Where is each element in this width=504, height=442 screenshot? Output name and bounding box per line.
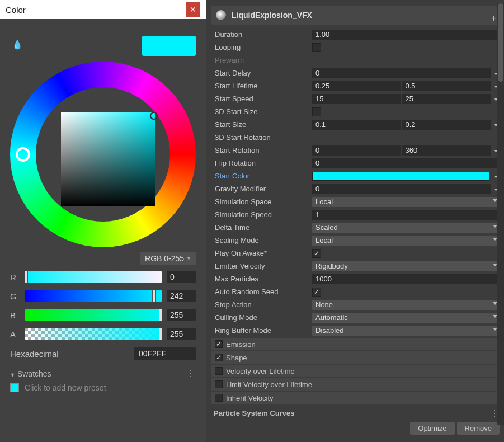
particle-system-header[interactable]: LiquidExplosion_VFX + <box>211 6 500 25</box>
add-preset-button[interactable]: Click to add new preset <box>10 383 196 392</box>
module-label: Shape <box>226 354 247 362</box>
slider-g-track[interactable] <box>25 290 162 302</box>
prop-label: Delta Time <box>211 223 312 232</box>
color-mode-dropdown[interactable]: RGB 0-255 ▼ <box>140 252 196 265</box>
checkbox[interactable] <box>312 107 321 116</box>
prop-sim_speed: Simulation Speed1 <box>211 208 500 221</box>
module-row[interactable]: Limit Velocity over Lifetime <box>211 378 500 391</box>
module-checkbox[interactable] <box>215 394 223 402</box>
number-field[interactable]: 0.2 <box>402 120 491 130</box>
hex-input[interactable]: 00F2FF <box>134 347 196 360</box>
swatches-menu-icon[interactable]: ⋮ <box>186 368 196 379</box>
prop-flip_rotation: Flip Rotation0 <box>211 157 500 170</box>
scrollbar-thumb[interactable] <box>498 3 503 82</box>
prop-label: Culling Mode <box>211 313 312 322</box>
number-field[interactable]: 1 <box>312 210 500 220</box>
inspector-scrollbar[interactable] <box>497 3 504 425</box>
prop-label: Flip Rotation <box>211 159 312 167</box>
chevron-down-icon <box>493 315 497 318</box>
prop-label: Simulation Space <box>211 198 312 206</box>
dropdown-field[interactable]: Local <box>312 197 500 207</box>
module-checkbox[interactable] <box>215 340 223 348</box>
number-field[interactable]: 1000 <box>312 274 500 284</box>
optimize-button[interactable]: Optimize <box>410 422 454 435</box>
prop-label: Start Delay <box>211 69 312 77</box>
remove-button[interactable]: Remove <box>457 422 500 435</box>
sv-handle[interactable] <box>150 112 158 120</box>
prop-start_size: Start Size0.10.2 <box>211 118 500 131</box>
slider-a-value[interactable]: 255 <box>167 328 196 340</box>
prop-start_lifetime: Start Lifetime0.250.5 <box>211 79 500 92</box>
number-field[interactable]: 15 <box>312 94 401 104</box>
module-label: Limit Velocity over Lifetime <box>226 380 312 389</box>
saturation-value-box[interactable] <box>61 112 155 206</box>
module-checkbox[interactable] <box>215 380 223 388</box>
module-row[interactable]: Emission <box>211 338 500 350</box>
color-picker-title: Color <box>6 5 26 15</box>
color-mode-label: RGB 0-255 <box>145 254 184 263</box>
close-icon: ✕ <box>190 5 196 14</box>
prop-ring_buffer: Ring Buffer ModeDisabled <box>211 324 500 337</box>
slider-a: A 255 <box>10 328 196 340</box>
eyedropper-button[interactable]: 💧 <box>10 37 25 51</box>
dropdown-field[interactable]: Disabled <box>312 326 500 336</box>
prop-label: Ring Buffer Mode <box>211 326 312 335</box>
add-icon[interactable]: + <box>491 13 496 23</box>
dropdown-field[interactable]: Rigidbody <box>312 261 500 271</box>
number-field[interactable]: 0 <box>312 184 491 194</box>
slider-b-thumb[interactable] <box>159 309 162 321</box>
prop-emitter_vel: Emitter VelocityRigidbody <box>211 260 500 272</box>
prop-label: Prewarm <box>211 56 312 64</box>
number-field[interactable]: 0.5 <box>402 81 491 91</box>
slider-r-track[interactable] <box>25 271 162 283</box>
prop-scaling_mode: Scaling ModeLocal <box>211 234 500 247</box>
hue-handle[interactable] <box>16 147 30 162</box>
slider-r-value[interactable]: 0 <box>167 271 196 283</box>
inspector-modules: EmissionShapeVelocity over LifetimeLimit… <box>211 338 500 404</box>
swatches-toggle[interactable]: ▼Swatches <box>10 369 51 378</box>
prop-stop_action: Stop ActionNone <box>211 298 500 311</box>
curves-label[interactable]: Particle System Curves <box>211 409 295 417</box>
slider-g-thumb[interactable] <box>152 290 156 302</box>
close-button[interactable]: ✕ <box>186 2 200 17</box>
dropdown-field[interactable]: None <box>312 300 500 310</box>
current-color-preview <box>142 36 196 56</box>
number-field[interactable]: 0.25 <box>312 81 401 91</box>
prop-3d_start_size: 3D Start Size <box>211 105 500 118</box>
chevron-down-icon <box>493 264 497 266</box>
number-field[interactable]: 0.1 <box>312 120 401 130</box>
slider-a-thumb[interactable] <box>159 328 162 340</box>
prop-label: Auto Random Seed <box>211 288 312 296</box>
slider-g-value[interactable]: 242 <box>167 290 196 302</box>
slider-b-value[interactable]: 255 <box>167 309 196 321</box>
slider-r: R 0 <box>10 271 196 283</box>
color-field[interactable] <box>312 172 489 181</box>
slider-r-thumb[interactable] <box>25 271 28 283</box>
color-wheel[interactable] <box>10 62 196 247</box>
module-checkbox[interactable] <box>215 367 223 375</box>
number-field[interactable]: 0 <box>312 145 401 156</box>
dropdown-field[interactable]: Local <box>312 236 500 246</box>
prop-start_rotation: Start Rotation0360 <box>211 144 500 157</box>
checkbox[interactable] <box>312 43 321 52</box>
checkbox[interactable] <box>312 288 321 297</box>
module-checkbox[interactable] <box>215 354 223 361</box>
prop-label: Start Size <box>211 120 312 129</box>
module-row[interactable]: Velocity over Lifetime <box>211 365 500 377</box>
checkbox[interactable] <box>312 249 321 258</box>
number-field[interactable]: 0 <box>312 158 500 168</box>
dropdown-field[interactable]: Scaled <box>312 223 500 233</box>
dropdown-field[interactable]: Automatic <box>312 313 500 323</box>
number-field[interactable]: 360 <box>402 145 491 156</box>
number-field[interactable]: 25 <box>402 94 491 104</box>
prop-label: Start Color <box>211 172 312 180</box>
slider-b-track[interactable] <box>25 309 162 321</box>
eyedropper-icon: 💧 <box>12 39 23 50</box>
number-field[interactable]: 1.00 <box>312 30 500 40</box>
module-row[interactable]: Inherit Velocity <box>211 392 500 404</box>
prop-label: Start Rotation <box>211 146 312 154</box>
module-row[interactable]: Shape <box>211 351 500 364</box>
inspector-properties: Duration1.00LoopingPrewarmStart Delay0St… <box>211 28 500 337</box>
slider-a-track[interactable] <box>25 328 162 340</box>
number-field[interactable]: 0 <box>312 68 491 78</box>
